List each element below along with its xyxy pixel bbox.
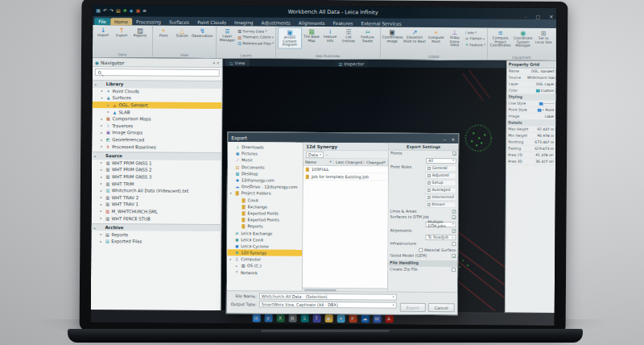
expander-icon[interactable]: ▸ xyxy=(101,160,104,164)
quick-access-icon[interactable]: ▣ xyxy=(135,8,140,13)
expander-icon[interactable]: ▸ xyxy=(101,144,104,148)
checkbox[interactable] xyxy=(452,254,456,258)
checkbox[interactable] xyxy=(452,229,456,233)
expander-icon[interactable]: ▾ xyxy=(229,257,233,261)
ribbon-tab[interactable]: Features xyxy=(329,19,357,27)
ribbon-button[interactable]: △ Station xyxy=(173,27,191,39)
onedrive-icon[interactable]: ☁ xyxy=(361,314,369,322)
ribbon-tab[interactable]: Imaging xyxy=(230,19,258,26)
ribbon-tab[interactable]: Alignments xyxy=(295,19,329,27)
ribbon-tab[interactable]: External Services xyxy=(357,19,405,27)
export-setting-row[interactable]: Geoid Model (GEM) ▾ xyxy=(388,253,457,260)
checkbox[interactable] xyxy=(427,202,430,206)
start-icon[interactable]: ⊞ xyxy=(252,314,260,322)
point-role-item[interactable]: General xyxy=(425,164,456,171)
checkbox[interactable] xyxy=(452,242,456,246)
checkbox[interactable] xyxy=(427,188,431,191)
teams-icon[interactable]: T xyxy=(312,314,320,322)
cancel-button[interactable]: Cancel xyxy=(428,303,455,312)
ribbon-button[interactable]: ≣ Layer Manager xyxy=(218,27,236,43)
ribbon-button[interactable]: ↓ Import xyxy=(94,26,112,39)
ribbon-small-button[interactable]: ≡ Flatten ▾ xyxy=(465,36,485,41)
column-header[interactable]: Last Changed By▼ xyxy=(334,159,365,165)
viewport-tab[interactable]: ▤ Inspector xyxy=(334,60,368,67)
ribbon-button[interactable]: i Feature Info xyxy=(321,27,339,49)
export-setting-row[interactable]: Create Zip File ▾ xyxy=(388,266,457,272)
expander-icon[interactable]: ▾ xyxy=(230,191,233,195)
expander-icon[interactable]: ▸ xyxy=(101,131,104,135)
expander-icon[interactable]: ▸ xyxy=(101,202,104,206)
checkbox[interactable] xyxy=(427,181,431,184)
ribbon-tab[interactable]: Point Clouds xyxy=(193,19,230,26)
point-role-item[interactable]: Adjusted xyxy=(425,172,456,178)
filter-icon[interactable]: ▼ xyxy=(383,161,386,164)
ribbon-button[interactable]: ☰ List Entities xyxy=(340,27,357,49)
expander-icon[interactable]: ▾ xyxy=(101,96,105,100)
ribbon-small-button[interactable]: i Info ▾ xyxy=(465,30,485,35)
ribbon-button[interactable]: ≈ Feature Swath xyxy=(358,27,377,49)
ribbon-button[interactable]: ↯ Observation xyxy=(192,27,213,39)
ribbon-small-button[interactable]: ▧ Thematic Colors ▾ xyxy=(237,35,274,39)
checkbox[interactable] xyxy=(452,215,456,219)
export-setting-row[interactable]: Point Roles ▾ xyxy=(389,164,458,209)
quick-access-icon[interactable]: ▤ xyxy=(116,8,121,13)
ribbon-small-button[interactable]: ✦ Feature ▾ xyxy=(465,42,485,47)
expander-icon[interactable]: ▸ xyxy=(101,189,104,193)
ribbon-button[interactable]: ⊞ Set to Local Site xyxy=(535,29,552,49)
expander-icon[interactable]: ▴ xyxy=(94,154,97,158)
output-type-dropdown[interactable]: SmartWorx Viva, Captivate (X4 - DBX)▾ xyxy=(259,301,397,308)
acrobat-icon[interactable]: A xyxy=(385,314,393,322)
ribbon-button[interactable]: ↗ Elevation Point to Next xyxy=(402,28,427,48)
expander-icon[interactable]: ▸ xyxy=(101,117,104,121)
navigator-tree-item[interactable]: ▸ ▤ Exported Files xyxy=(91,238,221,246)
expander-icon[interactable]: ▸ xyxy=(100,232,103,236)
ribbon-button[interactable]: ▦ Tile Base Map xyxy=(303,27,320,49)
quick-access-icon[interactable]: ◆ xyxy=(130,8,134,13)
expander-icon[interactable]: ▸ xyxy=(101,89,105,93)
ribbon-button[interactable]: ↑ Export xyxy=(113,26,130,39)
quick-access-icon[interactable]: ▦ xyxy=(96,8,101,13)
checkbox[interactable] xyxy=(452,210,456,214)
expander-icon[interactable]: ▴ xyxy=(95,82,98,86)
excel-icon[interactable]: X xyxy=(276,314,284,322)
expander-icon[interactable]: ▸ xyxy=(101,195,104,199)
ribbon-tab[interactable]: Surfaces xyxy=(165,19,193,26)
breadcrumb-arrow-icon[interactable]: › xyxy=(326,152,328,157)
checkbox[interactable] xyxy=(452,152,456,156)
close-button[interactable]: ✕ xyxy=(549,13,553,19)
point-role-item[interactable]: Averaged xyxy=(425,186,456,193)
sub-checkbox[interactable]: Material Surface xyxy=(419,248,456,252)
horizontal-scrollbar[interactable] xyxy=(303,288,387,292)
file-name-input[interactable]: Whitchurch All Data - (Selection)▾ xyxy=(259,293,397,300)
expander-icon[interactable]: ▸ xyxy=(101,181,104,185)
expander-icon[interactable]: ▸ xyxy=(101,168,104,172)
navigator-tree-item[interactable]: ▸ ↯ Processed Baselines xyxy=(92,143,221,151)
chrome-icon[interactable]: ◉ xyxy=(324,314,332,322)
dialog-minimize-button[interactable]: – xyxy=(444,137,446,142)
point-role-item[interactable]: Setup xyxy=(425,179,456,185)
ribbon-tab[interactable]: Processing xyxy=(132,18,165,25)
filter-icon[interactable]: ▼ xyxy=(329,160,332,164)
word-icon[interactable]: W xyxy=(373,314,381,322)
photos-icon[interactable]: ✦ xyxy=(336,314,345,322)
folder-tree-item[interactable]: ⌗ Network xyxy=(227,269,302,276)
checkbox[interactable] xyxy=(427,166,431,169)
dropdown[interactable]: All▾ xyxy=(426,157,456,163)
expander-icon[interactable]: ▸ xyxy=(101,210,104,214)
export-button[interactable]: Export xyxy=(399,303,425,312)
edge-icon[interactable]: e xyxy=(264,314,272,322)
expander-icon[interactable]: ▸ xyxy=(101,138,104,142)
minimize-button[interactable]: – xyxy=(524,13,526,19)
expander-icon[interactable]: ▸ xyxy=(101,175,104,179)
ribbon-button[interactable]: ▤ Reports xyxy=(131,26,149,39)
point-role-item[interactable]: Known xyxy=(424,201,456,207)
quick-access-icon[interactable]: ✚ xyxy=(123,8,127,13)
checkbox[interactable] xyxy=(452,268,456,272)
dialog-close-button[interactable]: ✕ xyxy=(452,137,456,142)
ribbon-tab[interactable]: Adjustments xyxy=(258,19,295,26)
ribbon-button[interactable]: ▣ ArcGIS Content Program xyxy=(278,27,302,49)
ribbon-small-button[interactable]: ▤ Referenced Files ▾ xyxy=(237,40,274,45)
property-row[interactable]: Area 3D 36.327 m² xyxy=(506,159,555,165)
expander-icon[interactable]: ▸ xyxy=(107,110,110,114)
ribbon-button[interactable]: ▣ Coordinates Image xyxy=(382,28,402,48)
